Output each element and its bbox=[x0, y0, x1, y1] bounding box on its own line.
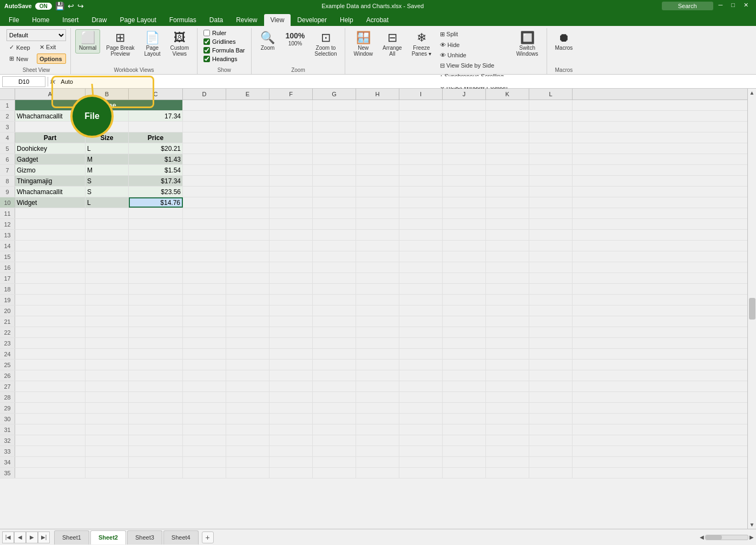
cell-e13[interactable] bbox=[226, 230, 269, 240]
cell-i4[interactable] bbox=[399, 132, 443, 143]
cell-c17[interactable] bbox=[129, 273, 183, 283]
row-num-20[interactable]: 20 bbox=[0, 305, 15, 316]
cell-a17[interactable] bbox=[15, 273, 86, 283]
cell-j18[interactable] bbox=[443, 284, 486, 294]
cell-i29[interactable] bbox=[399, 403, 443, 413]
cell-a11[interactable] bbox=[15, 208, 86, 218]
cell-a16[interactable] bbox=[15, 262, 86, 272]
cell-i32[interactable] bbox=[399, 435, 443, 446]
cell-c13[interactable] bbox=[129, 230, 183, 240]
cell-l18[interactable] bbox=[529, 284, 573, 294]
cell-g33[interactable] bbox=[313, 446, 356, 456]
cell-b8[interactable]: S bbox=[86, 176, 129, 186]
cell-a12[interactable] bbox=[15, 219, 86, 229]
cell-b13[interactable] bbox=[86, 230, 129, 240]
cell-j11[interactable] bbox=[443, 208, 486, 218]
cell-k3[interactable] bbox=[486, 122, 529, 132]
cell-f4[interactable] bbox=[269, 132, 313, 143]
cell-a22[interactable] bbox=[15, 327, 86, 337]
cell-h29[interactable] bbox=[356, 403, 399, 413]
cell-c7[interactable]: $1.54 bbox=[129, 165, 183, 175]
cell-j2[interactable] bbox=[443, 111, 486, 121]
maximize-btn[interactable]: □ bbox=[728, 2, 738, 10]
cell-g27[interactable] bbox=[313, 381, 356, 391]
row-num-15[interactable]: 15 bbox=[0, 251, 15, 262]
cell-e25[interactable] bbox=[226, 360, 269, 370]
cell-k32[interactable] bbox=[486, 435, 529, 446]
cell-g22[interactable] bbox=[313, 327, 356, 337]
cell-g18[interactable] bbox=[313, 284, 356, 294]
cell-d9[interactable] bbox=[183, 187, 226, 197]
cell-c3[interactable] bbox=[129, 122, 183, 132]
gridlines-checkbox[interactable] bbox=[203, 38, 210, 45]
cell-c19[interactable] bbox=[129, 295, 183, 305]
cell-d32[interactable] bbox=[183, 435, 226, 446]
cell-b21[interactable] bbox=[86, 316, 129, 327]
cell-k16[interactable] bbox=[486, 262, 529, 272]
cell-b11[interactable] bbox=[86, 208, 129, 218]
cell-h28[interactable] bbox=[356, 392, 399, 402]
cell-c18[interactable] bbox=[129, 284, 183, 294]
arrange-all-btn[interactable]: ⊟ ArrangeAll bbox=[379, 29, 406, 59]
cell-e17[interactable] bbox=[226, 273, 269, 283]
zoom-100-btn[interactable]: 100% 100% bbox=[282, 29, 309, 49]
cell-e5[interactable] bbox=[226, 143, 269, 154]
cell-a25[interactable] bbox=[15, 360, 86, 370]
row-num-25[interactable]: 25 bbox=[0, 360, 15, 370]
row-num-24[interactable]: 24 bbox=[0, 349, 15, 359]
cell-a34[interactable] bbox=[15, 457, 86, 467]
cell-l5[interactable] bbox=[529, 143, 573, 154]
cell-g17[interactable] bbox=[313, 273, 356, 283]
col-header-k[interactable]: K bbox=[486, 89, 529, 99]
cell-d33[interactable] bbox=[183, 446, 226, 456]
cell-d21[interactable] bbox=[183, 316, 226, 327]
cell-g6[interactable] bbox=[313, 154, 356, 164]
cell-d15[interactable] bbox=[183, 251, 226, 262]
cell-a21[interactable] bbox=[15, 316, 86, 327]
cell-h7[interactable] bbox=[356, 165, 399, 175]
cell-h32[interactable] bbox=[356, 435, 399, 446]
cell-k23[interactable] bbox=[486, 338, 529, 348]
vertical-scrollbar[interactable]: ▲ ▼ bbox=[747, 89, 756, 529]
cell-i31[interactable] bbox=[399, 424, 443, 435]
cell-b6[interactable]: M bbox=[86, 154, 129, 164]
cell-j26[interactable] bbox=[443, 370, 486, 381]
cell-c11[interactable] bbox=[129, 208, 183, 218]
cell-h18[interactable] bbox=[356, 284, 399, 294]
cell-g34[interactable] bbox=[313, 457, 356, 467]
row-num-32[interactable]: 32 bbox=[0, 435, 15, 446]
cell-e31[interactable] bbox=[226, 424, 269, 435]
cell-f32[interactable] bbox=[269, 435, 313, 446]
cell-i30[interactable] bbox=[399, 414, 443, 424]
cell-h27[interactable] bbox=[356, 381, 399, 391]
cell-i15[interactable] bbox=[399, 251, 443, 262]
cell-g19[interactable] bbox=[313, 295, 356, 305]
cell-i14[interactable] bbox=[399, 241, 443, 251]
cell-b5[interactable]: L bbox=[86, 143, 129, 154]
cell-h11[interactable] bbox=[356, 208, 399, 218]
cell-c35[interactable] bbox=[129, 468, 183, 478]
cell-k13[interactable] bbox=[486, 230, 529, 240]
cell-b3[interactable] bbox=[86, 122, 129, 132]
cell-h19[interactable] bbox=[356, 295, 399, 305]
cell-a35[interactable] bbox=[15, 468, 86, 478]
cell-l30[interactable] bbox=[529, 414, 573, 424]
cell-e21[interactable] bbox=[226, 316, 269, 327]
cell-b20[interactable] bbox=[86, 305, 129, 316]
cell-k11[interactable] bbox=[486, 208, 529, 218]
cell-d16[interactable] bbox=[183, 262, 226, 272]
cell-i9[interactable] bbox=[399, 187, 443, 197]
cell-c21[interactable] bbox=[129, 316, 183, 327]
cell-d8[interactable] bbox=[183, 176, 226, 186]
cell-d23[interactable] bbox=[183, 338, 226, 348]
cell-k15[interactable] bbox=[486, 251, 529, 262]
cell-b15[interactable] bbox=[86, 251, 129, 262]
cell-a26[interactable] bbox=[15, 370, 86, 381]
cell-e2[interactable] bbox=[226, 111, 269, 121]
cell-c9[interactable]: $23.56 bbox=[129, 187, 183, 197]
cell-g20[interactable] bbox=[313, 305, 356, 316]
cell-i22[interactable] bbox=[399, 327, 443, 337]
cell-j1[interactable] bbox=[443, 100, 486, 110]
row-num-8[interactable]: 8 bbox=[0, 176, 15, 186]
cell-g2[interactable] bbox=[313, 111, 356, 121]
